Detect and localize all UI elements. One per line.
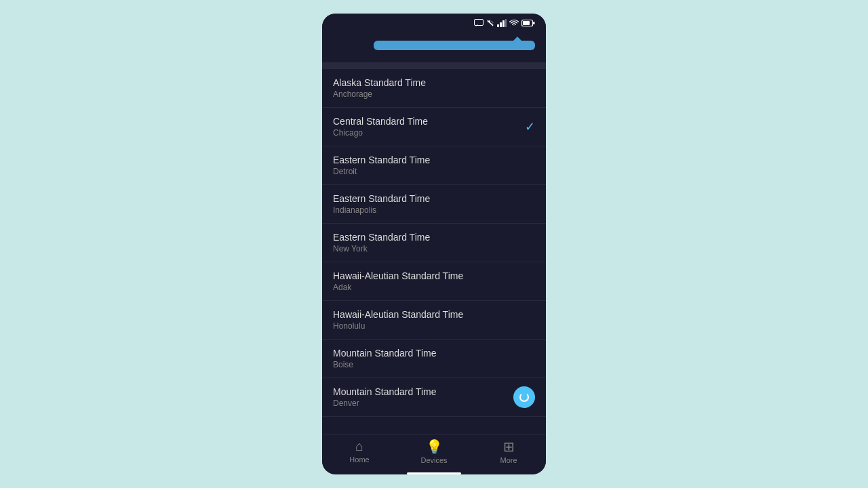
timezone-item-text: Eastern Standard TimeDetroit [333,155,430,176]
country-section [322,56,546,62]
message-icon [474,19,484,27]
timezone-item-text: Eastern Standard TimeIndianapolis [333,193,430,215]
nav-item-more[interactable]: ⊞More [471,439,546,464]
timezone-item-text: Central Standard TimeChicago [333,116,428,138]
spinner-inner [519,392,529,402]
timezone-item-text: Hawaii-Aleutian Standard TimeHonolulu [333,309,463,331]
timezone-list: Alaska Standard TimeAnchorageCentral Sta… [322,69,546,434]
home-indicator [407,472,461,474]
apply-settings-tooltip[interactable] [374,41,535,50]
timezone-name: Mountain Standard Time [333,348,437,359]
svg-rect-5 [500,22,502,27]
bottom-nav: ⌂Home💡Devices⊞More [322,434,546,470]
svg-rect-9 [533,22,535,24]
timezone-name: Hawaii-Aleutian Standard Time [333,270,463,281]
wifi-icon [509,19,519,27]
timezone-item[interactable]: Eastern Standard TimeNew York [322,224,546,262]
header [322,30,546,41]
timezone-city: Denver [333,399,437,408]
timezone-item-text: Eastern Standard TimeNew York [333,232,430,253]
timezone-item-text: Alaska Standard TimeAnchorage [333,77,426,99]
svg-rect-4 [497,24,499,27]
timezone-city: Indianapolis [333,205,430,215]
timezone-item[interactable]: Mountain Standard TimeBoise [322,340,546,378]
timezone-name: Eastern Standard Time [333,155,430,165]
home-nav-icon: ⌂ [355,439,363,454]
timezone-city: Honolulu [333,321,463,331]
svg-rect-6 [502,20,505,27]
svg-rect-0 [475,20,484,26]
loading-spinner [513,386,535,408]
mute-icon [486,19,494,27]
nav-item-devices[interactable]: 💡Devices [397,439,471,464]
timezone-name: Hawaii-Aleutian Standard Time [333,309,463,320]
timezone-item[interactable]: Hawaii-Aleutian Standard TimeHonolulu [322,301,546,340]
timezone-name: Alaska Standard Time [333,77,426,88]
svg-rect-10 [523,21,530,25]
svg-line-2 [492,22,493,23]
status-bar [322,14,546,30]
section-header [322,62,546,69]
timezone-city: Chicago [333,128,428,138]
phone-container: Alaska Standard TimeAnchorageCentral Sta… [322,14,546,474]
battery-icon [521,19,535,27]
timezone-item-text: Hawaii-Aleutian Standard TimeAdak [333,270,463,292]
timezone-city: Boise [333,360,437,369]
timezone-city: Adak [333,283,463,292]
timezone-item[interactable]: Eastern Standard TimeDetroit [322,146,546,185]
more-nav-icon: ⊞ [503,439,515,455]
timezone-item[interactable]: Eastern Standard TimeIndianapolis [322,185,546,224]
timezone-item[interactable]: Hawaii-Aleutian Standard TimeAdak [322,262,546,301]
status-icons [474,19,535,27]
timezone-item[interactable]: Central Standard TimeChicago✓ [322,108,546,146]
timezone-name: Mountain Standard Time [333,386,437,397]
home-nav-label: Home [349,455,369,464]
tooltip-container [322,41,546,56]
svg-rect-7 [505,19,507,27]
timezone-city: New York [333,244,430,253]
check-icon: ✓ [525,119,535,134]
timezone-city: Detroit [333,167,430,176]
timezone-name: Eastern Standard Time [333,193,430,204]
timezone-item-text: Mountain Standard TimeBoise [333,348,437,369]
timezone-name: Central Standard Time [333,116,428,127]
timezone-name: Eastern Standard Time [333,232,430,243]
devices-nav-label: Devices [420,456,447,464]
signal-icon [497,19,507,27]
nav-item-home[interactable]: ⌂Home [322,439,397,464]
devices-nav-icon: 💡 [426,439,443,455]
more-nav-label: More [500,456,517,464]
timezone-item[interactable]: Mountain Standard TimeDenver [322,378,546,417]
timezone-item-text: Mountain Standard TimeDenver [333,386,437,408]
timezone-city: Anchorage [333,89,426,99]
timezone-item[interactable]: Alaska Standard TimeAnchorage [322,69,546,108]
